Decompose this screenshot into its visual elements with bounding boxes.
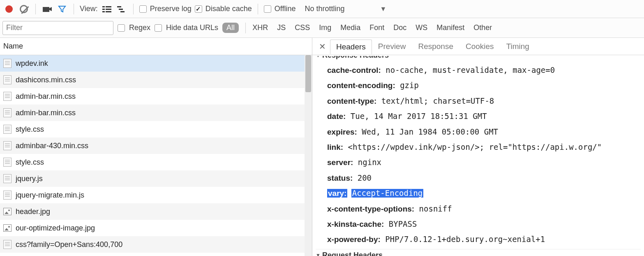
type-filter-css[interactable]: CSS: [295, 23, 310, 32]
request-row[interactable]: jquery-migrate.min.js: [0, 187, 312, 203]
throttling-dropdown-icon[interactable]: ▼: [380, 5, 387, 13]
request-row[interactable]: style.css: [0, 154, 312, 170]
separator: [133, 4, 134, 14]
request-name: adminbar-430.min.css: [16, 142, 88, 150]
type-filter-xhr[interactable]: XHR: [252, 23, 268, 32]
response-headers-title[interactable]: ▼Response Headers: [316, 56, 389, 61]
request-row[interactable]: style.css: [0, 121, 312, 137]
document-file-icon: [3, 59, 12, 68]
header-key: cache-control:: [327, 66, 381, 74]
header-value: gzip: [395, 81, 419, 90]
header-value: PHP/7.0.12-1+deb.sury.org~xenial+1: [381, 235, 545, 244]
preserve-log-checkbox[interactable]: [139, 5, 147, 13]
request-row[interactable]: admin-bar.min.css: [0, 88, 312, 105]
view-large-rows-button[interactable]: [101, 3, 113, 15]
capture-screenshot-button[interactable]: [42, 3, 53, 15]
header-row[interactable]: link: <https://wpdev.ink/wp-json/>; rel=…: [316, 140, 641, 155]
tab-cookies[interactable]: Cookies: [459, 39, 500, 54]
request-name: admin-bar.min.css: [16, 92, 76, 101]
header-row[interactable]: server: nginx: [316, 155, 641, 170]
request-row[interactable]: dashicons.min.css: [0, 72, 312, 88]
throttling-select[interactable]: No throttling: [305, 5, 345, 13]
type-filter-all[interactable]: All: [222, 23, 239, 33]
request-headers-title[interactable]: ▼ Request Headers: [316, 249, 641, 256]
close-detail-button[interactable]: ✕: [315, 42, 330, 51]
header-row[interactable]: x-powered-by: PHP/7.0.12-1+deb.sury.org~…: [316, 232, 641, 247]
name-column-header[interactable]: Name: [0, 38, 312, 55]
header-row[interactable]: status: 200: [316, 170, 641, 186]
header-key: server:: [327, 158, 353, 167]
disable-cache-label[interactable]: Disable cache: [205, 5, 252, 13]
request-row[interactable]: jquery.js: [0, 170, 312, 187]
filter-toggle-button[interactable]: [56, 3, 68, 15]
type-filter-doc[interactable]: Doc: [393, 23, 406, 32]
preserve-log-label[interactable]: Preserve log: [150, 5, 192, 13]
type-filter-other[interactable]: Other: [473, 23, 492, 32]
funnel-icon: [58, 5, 66, 13]
scrollbar[interactable]: [305, 55, 312, 256]
response-headers-list: cache-control: no-cache, must-revalidate…: [316, 63, 641, 247]
request-name: wpdev.ink: [16, 59, 48, 68]
header-key: link:: [327, 143, 343, 151]
request-row[interactable]: adminbar-430.min.css: [0, 137, 312, 154]
tab-preview[interactable]: Preview: [372, 39, 412, 54]
type-filter-manifest[interactable]: Manifest: [436, 23, 464, 32]
request-row[interactable]: header.jpg: [0, 203, 312, 220]
scroll-thumb[interactable]: [305, 55, 311, 92]
request-name: our-optimized-image.jpg: [16, 224, 95, 233]
document-file-icon: [3, 108, 12, 117]
record-button[interactable]: [3, 3, 15, 15]
tab-response[interactable]: Response: [412, 39, 459, 54]
request-name: jquery.js: [16, 175, 43, 183]
header-row[interactable]: content-encoding: gzip: [316, 78, 641, 93]
separator: [74, 4, 74, 14]
request-row[interactable]: admin-bar.min.css: [0, 105, 312, 121]
regex-checkbox[interactable]: [118, 24, 125, 32]
hide-data-urls-label[interactable]: Hide data URLs: [166, 23, 218, 32]
type-filter-font[interactable]: Font: [369, 23, 384, 32]
document-file-icon: [3, 174, 12, 183]
header-key: content-encoding:: [327, 81, 395, 90]
type-filter-media[interactable]: Media: [340, 23, 360, 32]
svg-rect-3: [102, 6, 105, 7]
document-file-icon: [3, 75, 12, 84]
document-file-icon: [3, 158, 12, 167]
filter-input[interactable]: [2, 21, 113, 35]
svg-rect-5: [102, 9, 105, 10]
offline-label[interactable]: Offline: [275, 5, 296, 13]
type-filter-js[interactable]: JS: [277, 23, 286, 32]
request-row[interactable]: wpdev.ink: [0, 55, 312, 72]
header-value: <https://wpdev.ink/wp-json/>; rel="https…: [343, 142, 602, 151]
request-row[interactable]: our-optimized-image.jpg: [0, 220, 312, 236]
waterfall-icon: [117, 6, 126, 12]
disable-cache-checkbox[interactable]: [195, 5, 202, 13]
header-row[interactable]: content-type: text/html; charset=UTF-8: [316, 93, 641, 109]
request-name: dashicons.min.css: [16, 76, 76, 84]
clear-button[interactable]: [18, 3, 30, 15]
regex-label[interactable]: Regex: [129, 23, 150, 32]
type-filter-img[interactable]: Img: [319, 23, 331, 32]
svg-marker-2: [59, 6, 65, 12]
request-row[interactable]: css?family=Open+Sans:400,700: [0, 236, 312, 253]
header-row[interactable]: cache-control: no-cache, must-revalidate…: [316, 63, 641, 78]
header-row[interactable]: x-kinsta-cache: BYPASS: [316, 216, 641, 232]
header-value: text/html; charset=UTF-8: [376, 96, 494, 105]
hide-data-urls-checkbox[interactable]: [155, 24, 162, 32]
header-key: date:: [327, 112, 346, 121]
camera-icon: [43, 6, 52, 12]
header-row[interactable]: x-content-type-options: nosniff: [316, 201, 641, 216]
tab-timing[interactable]: Timing: [500, 39, 536, 54]
separator: [35, 4, 36, 14]
header-key: x-powered-by:: [327, 235, 381, 244]
type-filter-ws[interactable]: WS: [415, 23, 427, 32]
header-row[interactable]: expires: Wed, 11 Jan 1984 05:00:00 GMT: [316, 124, 641, 140]
header-row[interactable]: vary: Accept-Encoding: [316, 186, 641, 201]
disclosure-triangle-icon: ▼: [316, 252, 321, 256]
response-headers-section-cut: ▼Response Headers: [316, 56, 641, 63]
header-row[interactable]: date: Tue, 14 Mar 2017 18:51:31 GMT: [316, 109, 641, 124]
offline-checkbox[interactable]: [264, 5, 271, 13]
tab-headers[interactable]: Headers: [330, 40, 372, 54]
request-list-pane: Name wpdev.inkdashicons.min.cssadmin-bar…: [0, 38, 312, 256]
separator: [245, 23, 246, 33]
view-waterfall-button[interactable]: [116, 3, 127, 15]
